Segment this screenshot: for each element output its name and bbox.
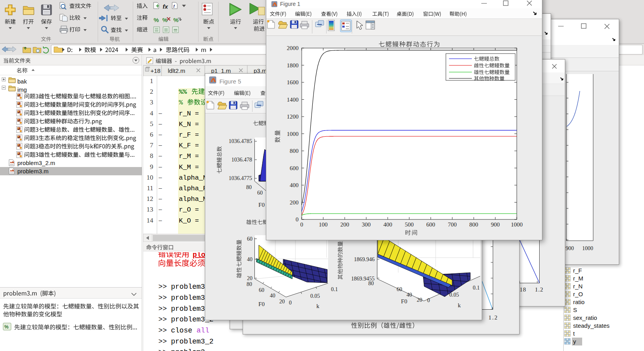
svg-text:100: 100 (319, 221, 328, 228)
svg-text:500: 500 (405, 221, 414, 228)
svg-text:0.1: 0.1 (331, 286, 338, 292)
svg-text:Figure 5: Figure 5 (219, 78, 241, 85)
svg-text:0.05: 0.05 (310, 293, 320, 299)
svg-text:S: S (573, 306, 577, 313)
svg-text:11: 11 (147, 184, 153, 192)
svg-text:1869.946: 1869.946 (354, 256, 375, 262)
svg-text:300: 300 (362, 221, 371, 228)
svg-text:200: 200 (340, 221, 349, 228)
svg-text:alpha_M: alpha_M (179, 195, 207, 203)
svg-text:0: 0 (427, 297, 430, 303)
svg-text:>>: >> (158, 305, 167, 313)
svg-text:60: 60 (247, 236, 252, 242)
svg-text:K_N =: K_N = (179, 121, 203, 128)
svg-text:1036.478: 1036.478 (232, 157, 252, 163)
svg-text:K_M =: K_M = (179, 163, 203, 171)
svg-text:20: 20 (279, 299, 285, 305)
svg-text:400: 400 (290, 182, 299, 188)
svg-text:900: 900 (491, 221, 500, 228)
svg-text:r_M: r_M (573, 275, 583, 282)
svg-text:0: 0 (300, 221, 303, 228)
svg-text:problem3.m: problem3.m (17, 168, 48, 175)
svg-text:700: 700 (448, 221, 457, 228)
svg-text:60: 60 (259, 287, 264, 293)
svg-text:Figure 1: Figure 1 (280, 1, 301, 7)
svg-text:60: 60 (257, 190, 263, 196)
svg-text:>>: >> (158, 338, 167, 345)
svg-text:600: 600 (426, 221, 435, 228)
svg-text:r_O: r_O (573, 291, 583, 297)
svg-text:r_F =: r_F = (179, 131, 203, 139)
svg-text:problem3: problem3 (171, 294, 205, 302)
svg-text:600: 600 (290, 165, 299, 171)
svg-text:–: – (158, 206, 162, 212)
svg-text:r_M =: r_M = (179, 152, 203, 160)
svg-text:ratio: ratio (573, 299, 585, 305)
svg-text:–: – (158, 141, 162, 148)
svg-text:1.2: 1.2 (488, 314, 498, 321)
svg-text:%: % (4, 324, 9, 330)
svg-text:%: % (162, 17, 167, 23)
svg-text:>>: >> (158, 348, 167, 351)
svg-text:problem3: problem3 (171, 305, 205, 313)
svg-text:80: 80 (368, 280, 374, 286)
svg-text:steady_states: steady_states (573, 322, 610, 329)
svg-text:1036.4785: 1036.4785 (229, 138, 252, 144)
svg-text:–: – (158, 152, 162, 159)
svg-text:1000: 1000 (582, 245, 593, 251)
svg-text:1000: 1000 (511, 221, 523, 228)
svg-text:bak: bak (17, 78, 27, 85)
svg-text:>>: >> (158, 283, 167, 291)
svg-text:400: 400 (383, 221, 392, 228)
svg-text:900: 900 (566, 245, 574, 251)
svg-text:F0: F0 (401, 298, 407, 305)
svg-text:>>: >> (158, 316, 167, 323)
svg-text:4: 4 (150, 110, 154, 117)
svg-text:20: 20 (247, 275, 252, 281)
svg-text:img: img (17, 86, 27, 93)
svg-text:0.1: 0.1 (473, 285, 480, 291)
svg-text:y: y (573, 338, 576, 345)
svg-text:k: k (458, 302, 461, 308)
svg-text:–: – (158, 131, 162, 137)
svg-text:40: 40 (247, 256, 252, 262)
svg-text:%%: %% (179, 88, 187, 96)
svg-text:80: 80 (246, 184, 252, 190)
svg-text:K_O =: K_O = (179, 217, 203, 225)
svg-text:sex_ratio: sex_ratio (573, 314, 597, 321)
svg-text:10: 10 (147, 174, 153, 181)
svg-text:%: % (173, 17, 178, 23)
svg-text:1.2: 1.2 (535, 286, 544, 293)
svg-text:2: 2 (150, 88, 154, 95)
svg-text:1000: 1000 (287, 131, 299, 137)
svg-text:200: 200 (290, 199, 299, 206)
svg-text:%: % (154, 17, 159, 23)
svg-text:close: close (171, 327, 197, 334)
svg-text:r_O =: r_O = (179, 206, 203, 214)
svg-text:12: 12 (147, 195, 153, 202)
svg-text:0: 0 (296, 216, 299, 223)
svg-text:alpha_N: alpha_N (179, 174, 207, 182)
svg-text:800: 800 (470, 221, 479, 228)
svg-text:+18: +18 (150, 67, 160, 74)
svg-text:1800: 1800 (287, 62, 299, 69)
svg-text:r_N =: r_N = (179, 110, 203, 117)
svg-text:%: % (179, 99, 183, 106)
svg-text:r_N: r_N (573, 283, 583, 290)
svg-text:14: 14 (147, 217, 154, 224)
svg-text:r_F: r_F (573, 267, 582, 274)
svg-text:problem3_2: problem3_2 (171, 338, 213, 345)
svg-text:8: 8 (150, 152, 154, 160)
svg-text:>>: >> (158, 327, 167, 334)
svg-text:80: 80 (247, 281, 252, 287)
svg-text:–: – (158, 217, 162, 223)
svg-text:9: 9 (150, 163, 154, 171)
svg-text:1400: 1400 (287, 97, 299, 103)
svg-text:0: 0 (289, 300, 292, 306)
svg-text:K_F =: K_F = (179, 142, 203, 149)
svg-text:2000: 2000 (287, 45, 299, 51)
svg-text:problem3: problem3 (171, 283, 205, 291)
svg-text:–: – (158, 163, 162, 170)
svg-text:60: 60 (397, 286, 402, 292)
svg-text:fx: fx (163, 3, 168, 10)
